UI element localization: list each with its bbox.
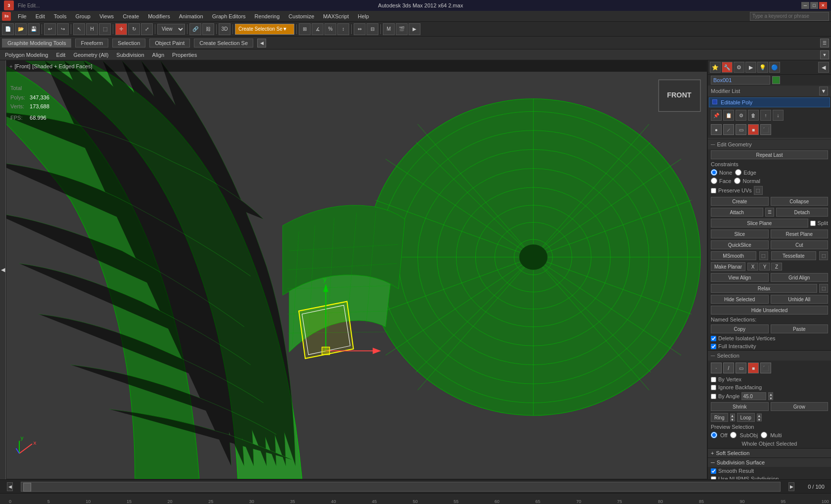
shrink-btn[interactable]: Shrink <box>711 402 769 411</box>
relax-settings[interactable]: ⬚ <box>819 284 828 293</box>
toolbar-move[interactable]: ✛ <box>115 23 127 35</box>
preview-off-radio[interactable] <box>711 432 717 438</box>
menu-views[interactable]: Views <box>95 12 118 20</box>
hide-selected-btn[interactable]: Hide Selected <box>711 295 769 304</box>
split-check[interactable] <box>810 221 816 226</box>
stack-delete-btn[interactable]: 🗑 <box>748 110 759 121</box>
modifier-stack-item[interactable]: Editable Poly <box>709 97 830 107</box>
close-button[interactable]: ✕ <box>819 2 827 9</box>
tessellate-btn[interactable]: Tessellate <box>771 251 817 260</box>
graphite-tab-object-paint[interactable]: Object Paint <box>149 39 190 47</box>
menu-customize[interactable]: Customize <box>284 12 318 20</box>
ring-btn[interactable]: Ring <box>711 413 728 422</box>
stack-configure-btn[interactable]: ⚙ <box>736 110 746 121</box>
search-input[interactable] <box>750 12 829 21</box>
element-icon[interactable]: ⬛ <box>760 124 771 135</box>
sub-tab-align[interactable]: Align <box>149 51 167 58</box>
paste-btn[interactable]: Paste <box>771 324 829 333</box>
toolbar-percent-snap[interactable]: % <box>324 23 336 35</box>
ring-spinner[interactable]: ▲ ▼ <box>730 413 735 421</box>
sub-tab-edit[interactable]: Edit <box>53 51 68 58</box>
stack-down-btn[interactable]: ↓ <box>773 110 784 121</box>
panel-icon-extra[interactable]: ◀ <box>818 62 829 73</box>
stack-collapse-btn[interactable]: 📋 <box>723 110 734 121</box>
sel-element-btn[interactable]: ⬛ <box>760 363 771 373</box>
by-angle-check[interactable] <box>711 394 716 399</box>
maximize-button[interactable]: □ <box>810 2 818 9</box>
graphite-options-btn[interactable]: ☰ <box>820 39 829 47</box>
preview-multi-radio[interactable] <box>761 432 767 438</box>
repeat-last-btn[interactable]: Repeat Last <box>711 150 828 159</box>
timeline-prev-btn[interactable]: ◀ <box>7 482 13 491</box>
menu-tools[interactable]: Tools <box>50 12 71 20</box>
constraint-face-radio[interactable] <box>711 178 717 184</box>
detach-btn[interactable]: Detach <box>776 208 829 217</box>
toolbar-new[interactable]: 📄 <box>2 23 14 35</box>
reference-coord-dropdown[interactable]: View World Local <box>157 24 185 35</box>
sel-polygon-btn[interactable]: ■ <box>748 363 759 373</box>
unhide-all-btn[interactable]: Unhide All <box>771 295 829 304</box>
time-knob[interactable] <box>23 483 31 492</box>
constraint-none-radio[interactable] <box>711 169 717 176</box>
sel-border-btn[interactable]: ▭ <box>736 363 746 373</box>
graphite-tab-create-sel[interactable]: Create Selection Se <box>194 39 253 47</box>
graphite-extra-btn[interactable]: ◀ <box>257 39 266 47</box>
sel-vertex-btn[interactable]: · <box>711 363 722 373</box>
object-name-input[interactable] <box>711 76 770 85</box>
z-btn[interactable]: Z <box>771 263 782 271</box>
toolbar-angle-snap[interactable]: ∡ <box>312 23 323 35</box>
modifier-list-arrow[interactable]: ▼ <box>819 87 828 95</box>
msmooth-btn[interactable]: MSmooth <box>711 251 756 260</box>
soft-selection-title[interactable]: + Soft Selection <box>708 449 831 458</box>
graphite-tab-selection[interactable]: Selection <box>112 39 145 47</box>
menu-maxscript[interactable]: MAXScript <box>319 12 353 20</box>
stack-pin-btn[interactable]: 📌 <box>711 110 722 121</box>
loop-spinner[interactable]: ▲ ▼ <box>757 413 762 421</box>
by-vertex-check[interactable] <box>711 377 716 382</box>
hide-unselected-btn[interactable]: Hide Unselected <box>711 306 828 315</box>
create-btn[interactable]: Create <box>711 197 769 206</box>
attach-btn[interactable]: Attach <box>711 208 763 217</box>
toolbar-mirror[interactable]: ⇔ <box>354 23 366 35</box>
toolbar-undo[interactable]: ↩ <box>44 23 56 35</box>
stack-up-btn[interactable]: ↑ <box>760 110 771 121</box>
panel-icon-utilities[interactable]: 🔵 <box>769 62 780 73</box>
preserve-uvs-check[interactable] <box>711 188 716 193</box>
preserve-uvs-settings[interactable]: ⬚ <box>754 186 763 195</box>
angle-spinner[interactable]: ▲ ▼ <box>768 392 773 400</box>
left-panel-toggle[interactable]: ◀ <box>0 60 6 479</box>
menu-create[interactable]: Create <box>119 12 143 20</box>
menu-edit[interactable]: Edit <box>32 12 49 20</box>
menu-animation[interactable]: Animation <box>175 12 207 20</box>
toolbar-snap[interactable]: ⊞ <box>299 23 311 35</box>
border-icon[interactable]: ▭ <box>736 124 746 135</box>
quickslice-btn[interactable]: QuickSlice <box>711 240 769 249</box>
panel-icon-motion[interactable]: ▶ <box>745 62 756 73</box>
toolbar-open[interactable]: 📂 <box>15 23 27 35</box>
toolbar-link[interactable]: 🔗 <box>189 23 201 35</box>
make-planar-btn[interactable]: Make Planar <box>711 262 745 271</box>
toolbar-unlink[interactable]: ⛓ <box>202 23 214 35</box>
panel-icon-create[interactable]: ⭐ <box>710 62 721 73</box>
graphite-tab-freeform[interactable]: Freeform <box>75 39 108 47</box>
sub-tab-geometry[interactable]: Geometry (All) <box>70 51 111 58</box>
attach-list-btn[interactable]: ☰ <box>765 208 774 217</box>
selection-title[interactable]: ─ Selection <box>708 351 831 361</box>
panel-icon-display[interactable]: 💡 <box>757 62 768 73</box>
menu-group[interactable]: Group <box>71 12 94 20</box>
menu-modifiers[interactable]: Modifiers <box>144 12 174 20</box>
toolbar-select-region[interactable]: ⬚ <box>99 23 111 35</box>
viewport[interactable]: + [Front] [Shaded + Edged Faces] <box>6 60 707 479</box>
sub-tab-subdivision[interactable]: Subdivision <box>113 51 147 58</box>
msmooth-settings[interactable]: ⬚ <box>759 251 768 260</box>
toolbar-3d[interactable]: 3D <box>219 23 231 35</box>
toolbar-align[interactable]: ⊟ <box>367 23 378 35</box>
cut-btn[interactable]: Cut <box>771 240 829 249</box>
slice-btn[interactable]: Slice <box>711 229 769 238</box>
menu-rendering[interactable]: Rendering <box>251 12 284 20</box>
menu-help[interactable]: Help <box>354 12 373 20</box>
y-btn[interactable]: Y <box>759 263 770 271</box>
sub-tab-properties[interactable]: Properties <box>169 51 200 58</box>
toolbar-material-editor[interactable]: M <box>383 23 395 35</box>
x-btn[interactable]: X <box>747 263 758 271</box>
